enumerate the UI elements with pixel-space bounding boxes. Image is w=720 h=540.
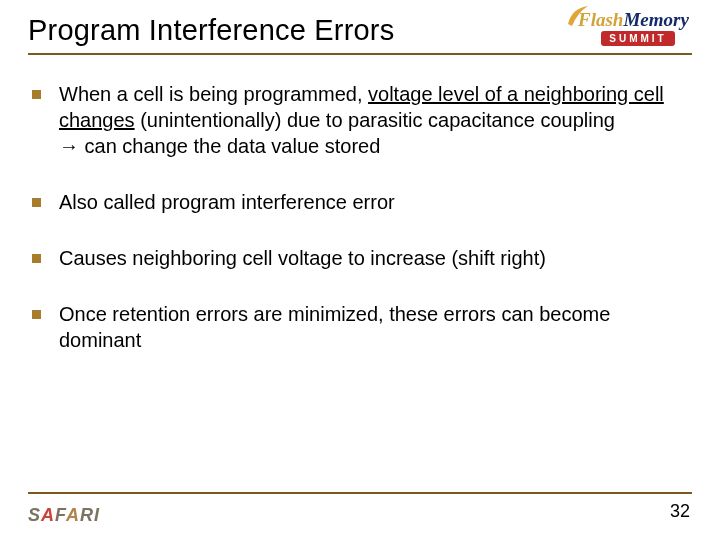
bullet-2: Also called program interference error [32, 189, 686, 215]
bullet-marker-icon [32, 90, 41, 99]
bullet-3-text: Causes neighboring cell voltage to incre… [59, 245, 686, 271]
bullet-1: When a cell is being programmed, voltage… [32, 81, 686, 159]
divider-bottom [28, 492, 692, 494]
safari-logo: SAFARI [28, 505, 100, 526]
swoosh-icon [566, 4, 590, 28]
logo-summit-badge: SUMMIT [601, 31, 674, 46]
bullet-4: Once retention errors are minimized, the… [32, 301, 686, 353]
bullet-4-text: Once retention errors are minimized, the… [59, 301, 686, 353]
content-area: When a cell is being programmed, voltage… [28, 81, 692, 353]
bullet-1-post: can change the data value stored [79, 135, 380, 157]
bullet-1-pre: When a cell is being programmed, [59, 83, 368, 105]
slide: FlashMemory SUMMIT Program Interference … [0, 0, 720, 540]
flash-memory-summit-logo: FlashMemory SUMMIT [578, 10, 698, 56]
bullet-1-mid: (unintentionally) due to parasitic capac… [135, 109, 615, 131]
bullet-marker-icon [32, 254, 41, 263]
bullet-2-text: Also called program interference error [59, 189, 686, 215]
arrow-icon: → [59, 135, 79, 157]
logo-memory-text: Memory [623, 9, 688, 30]
page-number: 32 [670, 501, 690, 522]
bullet-marker-icon [32, 198, 41, 207]
bullet-3: Causes neighboring cell voltage to incre… [32, 245, 686, 271]
bullet-marker-icon [32, 310, 41, 319]
bullet-1-text: When a cell is being programmed, voltage… [59, 81, 686, 159]
